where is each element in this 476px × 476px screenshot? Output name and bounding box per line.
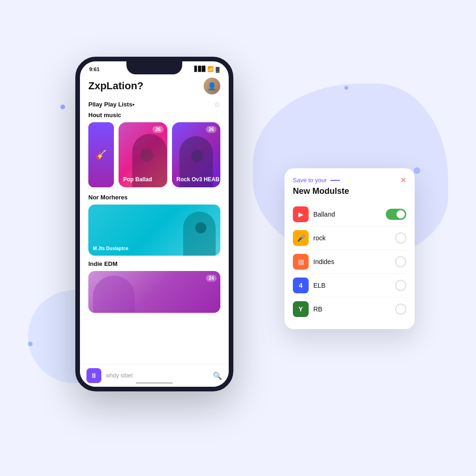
playlist-name-elb: ELB [313, 282, 390, 289]
popup-dash [331, 180, 340, 181]
status-icons: ▋▊▉ 📶 ▓ [194, 66, 219, 72]
card-pop-ballad-badge: 26 [152, 126, 163, 133]
home-indicator [136, 382, 173, 384]
playlist-item-elb[interactable]: 4 ELB [293, 274, 406, 298]
playlist-item-indides[interactable]: ▤ Indides [293, 250, 406, 274]
nor-section-label: Nor Morheres [88, 194, 220, 201]
nor-section: Nor Morheres M Jts Duslaptce [88, 194, 220, 256]
phone: 9:61 ▋▊▉ 📶 ▓ ZxpLation? 👤 Pllay Play Lis… [75, 57, 233, 391]
avatar[interactable]: 👤 [204, 78, 220, 94]
playlist-item-rock[interactable]: 🎤 rock [293, 226, 406, 250]
popup-card: Save to your ✕ New Modulste ▶ Balland 🎤 … [284, 168, 415, 329]
toggle-balland[interactable] [386, 209, 406, 220]
phone-content: ZxpLation? 👤 Pllay Play Lists• ☆ Hout mu… [80, 74, 229, 313]
card-pop-ballad[interactable]: 26 Pop Ballad [119, 122, 167, 187]
toggle-elb[interactable] [395, 280, 406, 291]
star-icon[interactable]: ☆ [214, 100, 220, 109]
close-button[interactable]: ✕ [400, 176, 406, 185]
nor-card-label: M Jts Duslaptce [93, 246, 128, 251]
indie-section-label: Indie EDM [88, 260, 220, 267]
hot-music-label: Hout music [88, 112, 220, 119]
wifi-icon: 📶 [207, 66, 214, 72]
bottom-search-icon[interactable]: 🔍 [213, 371, 222, 380]
app-header: ZxpLation? 👤 [88, 78, 220, 94]
playlist-item-balland[interactable]: ▶ Balland [293, 203, 406, 226]
bottom-search-text: whdy stbet [106, 372, 208, 379]
nor-card[interactable]: M Jts Duslaptce [88, 205, 220, 256]
playlist-name-indides: Indides [313, 258, 390, 265]
card-rock-badge: 26 [206, 126, 217, 133]
toggle-indides[interactable] [395, 256, 406, 267]
playlist-icon-indides: ▤ [293, 254, 309, 270]
bottom-playlist-icon: II [86, 368, 101, 383]
playlist-name-balland: Balland [313, 211, 381, 218]
battery-icon: ▓ [216, 66, 219, 72]
indie-card[interactable]: 24 [88, 271, 220, 313]
scene: 9:61 ▋▊▉ 📶 ▓ ZxpLation? 👤 Pllay Play Lis… [75, 38, 401, 438]
playlist-icon-balland: ▶ [293, 206, 309, 222]
playlist-name-rb: RB [313, 305, 390, 313]
playlist-icon-elb: 4 [293, 278, 309, 293]
toggle-rock[interactable] [395, 232, 406, 244]
dot-1 [60, 105, 65, 109]
playlist-item-rb[interactable]: Y RB [293, 298, 406, 321]
card-small-purple[interactable]: 🎸 [88, 122, 114, 187]
indie-section: Indie EDM 24 [88, 260, 220, 313]
playlist-icon-rb: Y [293, 301, 309, 317]
playlist-name-rock: rock [313, 234, 390, 242]
app-title: ZxpLation? [88, 80, 144, 92]
popup-title: New Modulste [293, 186, 406, 196]
playlist-section-header: Pllay Play Lists• ☆ [88, 100, 220, 109]
toggle-rb[interactable] [395, 304, 406, 315]
indie-badge: 24 [206, 275, 217, 282]
signal-icon: ▋▊▉ [194, 66, 205, 72]
playlist-icon-rock: 🎤 [293, 230, 309, 246]
card-rock[interactable]: 26 Rock Ov3 HEAB [172, 122, 221, 187]
music-cards-row: 🎸 26 Pop Ballad [88, 122, 220, 187]
popup-header: Save to your ✕ [293, 176, 406, 185]
card-pop-ballad-label: Pop Ballad [123, 176, 152, 183]
phone-notch [126, 61, 182, 74]
playlist-section-title: Pllay Play Lists• [88, 101, 134, 108]
status-time: 9:61 [89, 66, 99, 72]
dot-4 [28, 342, 33, 346]
popup-save-to: Save to your [293, 176, 340, 184]
card-rock-label: Rock Ov3 HEAB [177, 176, 220, 183]
dot-3 [414, 167, 420, 174]
